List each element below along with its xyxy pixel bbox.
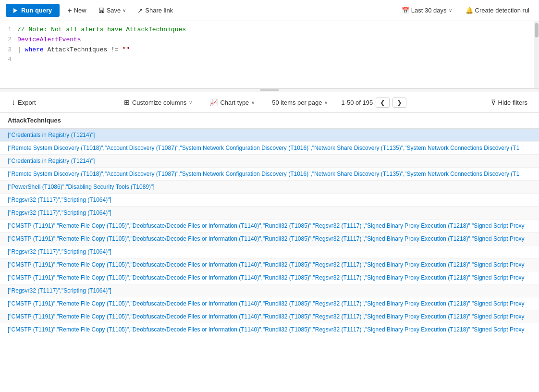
save-icon: 🖫 (98, 7, 105, 14)
new-button[interactable]: + New (63, 4, 90, 17)
line-code-3: | where AttackTechniques != "" (17, 45, 539, 55)
cell-attack-techniques[interactable]: ["CMSTP (T1191)","Remote File Copy (T110… (0, 258, 539, 271)
cell-attack-techniques[interactable]: ["CMSTP (T1191)","Remote File Copy (T110… (0, 297, 539, 310)
cell-attack-techniques[interactable]: ["CMSTP (T1191)","Remote File Copy (T110… (0, 323, 539, 336)
cell-attack-techniques[interactable]: ["CMSTP (T1191)","Remote File Copy (T110… (0, 271, 539, 284)
table-row[interactable]: ["CMSTP (T1191)","Remote File Copy (T110… (0, 271, 539, 284)
date-range-label: Last 30 days (411, 7, 447, 14)
chart-icon: 📈 (209, 98, 218, 106)
cell-attack-techniques[interactable]: ["CMSTP (T1191)","Remote File Copy (T110… (0, 310, 539, 323)
results-toolbar-center: ⊞ Customize columns ∨ 📈 Chart type ∨ 50 … (48, 97, 479, 108)
cell-attack-techniques[interactable]: ["Remote System Discovery (T1018)","Acco… (0, 142, 539, 155)
line-number-2: 2 (0, 35, 17, 45)
cell-attack-techniques[interactable]: ["PowerShell (T1086)","Disabling Securit… (0, 181, 539, 194)
customize-columns-button[interactable]: ⊞ Customize columns ∨ (120, 97, 196, 108)
items-per-page-label: 50 items per page (272, 99, 322, 106)
main-layout: Run query + New 🖫 Save ∨ ↗ Share link 📅 … (0, 0, 539, 392)
create-detection-button[interactable]: 🔔 Create detection rul (462, 5, 533, 16)
table-row[interactable]: ["Regsvr32 (T1117)","Scripting (T1064)"] (0, 245, 539, 258)
columns-icon: ⊞ (124, 98, 130, 106)
cell-attack-techniques[interactable]: ["Regsvr32 (T1117)","Scripting (T1064)"] (0, 245, 539, 258)
pagination-info: 1-50 of 195 (341, 99, 373, 106)
cell-attack-techniques[interactable]: ["Regsvr32 (T1117)","Scripting (T1064)"] (0, 207, 539, 220)
share-link-button[interactable]: ↗ Share link (134, 5, 177, 16)
table-row[interactable]: ["Credentials in Registry (T1214)"] (0, 155, 539, 168)
items-chevron-icon: ∨ (324, 100, 328, 105)
results-table: AttackTechniques ["Credentials in Regist… (0, 113, 539, 336)
table-row[interactable]: ["CMSTP (T1191)","Remote File Copy (T110… (0, 220, 539, 233)
run-query-label: Run query (21, 7, 52, 14)
code-line-4: 4 (0, 55, 539, 65)
cell-attack-techniques[interactable]: ["Credentials in Registry (T1214)"] (0, 128, 539, 142)
run-query-button[interactable]: Run query (6, 4, 60, 17)
next-page-button[interactable]: ❯ (392, 98, 406, 108)
table-row[interactable]: ["CMSTP (T1191)","Remote File Copy (T110… (0, 258, 539, 271)
table-row[interactable]: ["Regsvr32 (T1117)","Scripting (T1064)"] (0, 194, 539, 207)
table-row[interactable]: ["CMSTP (T1191)","Remote File Copy (T110… (0, 310, 539, 323)
table-row[interactable]: ["CMSTP (T1191)","Remote File Copy (T110… (0, 297, 539, 310)
code-editor[interactable]: 1 // Note: Not all alerts have AttackTec… (0, 21, 539, 88)
cell-attack-techniques[interactable]: ["CMSTP (T1191)","Remote File Copy (T110… (0, 220, 539, 233)
results-section: ↓ Export ⊞ Customize columns ∨ 📈 Chart t… (0, 92, 539, 392)
cell-attack-techniques[interactable]: ["Credentials in Registry (T1214)"] (0, 155, 539, 168)
table-row[interactable]: ["CMSTP (T1191)","Remote File Copy (T110… (0, 233, 539, 245)
cell-attack-techniques[interactable]: ["Regsvr32 (T1117)","Scripting (T1064)"] (0, 284, 539, 297)
table-row[interactable]: ["Credentials in Registry (T1214)"] (0, 128, 539, 142)
line-number-3: 3 (0, 45, 17, 55)
table-row[interactable]: ["Remote System Discovery (T1018)","Acco… (0, 168, 539, 181)
export-button[interactable]: ↓ Export (8, 96, 40, 109)
table-header-row: AttackTechniques (0, 113, 539, 128)
save-chevron-icon: ∨ (122, 8, 126, 13)
string-token: "" (122, 46, 130, 53)
run-icon (13, 8, 17, 13)
results-toolbar: ↓ Export ⊞ Customize columns ∨ 📈 Chart t… (0, 92, 539, 113)
editor-scrollbar[interactable] (534, 21, 539, 88)
save-label: Save (107, 7, 121, 14)
table-token: DeviceAlertEvents (17, 36, 81, 43)
share-icon: ↗ (137, 7, 143, 14)
calendar-icon: 📅 (402, 7, 409, 14)
table-row[interactable]: ["CMSTP (T1191)","Remote File Copy (T110… (0, 323, 539, 336)
chart-type-label: Chart type (220, 99, 249, 106)
field-token: AttackTechniques (47, 46, 111, 53)
code-lines: 1 // Note: Not all alerts have AttackTec… (0, 25, 539, 65)
line-code-2: DeviceAlertEvents (17, 35, 539, 45)
date-range-button[interactable]: 📅 Last 30 days ∨ (398, 5, 456, 16)
create-detection-label: Create detection rul (475, 7, 529, 14)
cell-attack-techniques[interactable]: ["Remote System Discovery (T1018)","Acco… (0, 168, 539, 181)
chart-type-button[interactable]: 📈 Chart type ∨ (206, 97, 258, 108)
code-line-2: 2 DeviceAlertEvents (0, 35, 539, 45)
where-token: where (25, 46, 48, 53)
line-code-4 (17, 55, 539, 65)
table-container[interactable]: AttackTechniques ["Credentials in Regist… (0, 113, 539, 392)
date-chevron-icon: ∨ (449, 8, 452, 13)
results-toolbar-right: ⊽ Hide filters (487, 97, 531, 108)
hide-filters-button[interactable]: ⊽ Hide filters (487, 97, 531, 108)
table-body: ["Credentials in Registry (T1214)"]["Rem… (0, 128, 539, 336)
code-line-3: 3 | where AttackTechniques != "" (0, 45, 539, 55)
line-code-1: // Note: Not all alerts have AttackTechn… (17, 25, 539, 35)
editor-scrollbar-thumb (535, 23, 539, 37)
table-row[interactable]: ["PowerShell (T1086)","Disabling Securit… (0, 181, 539, 194)
chart-chevron-icon: ∨ (251, 100, 255, 105)
toolbar-right: 📅 Last 30 days ∨ 🔔 Create detection rul (398, 5, 533, 16)
customize-columns-label: Customize columns (132, 99, 186, 106)
table-row[interactable]: ["Regsvr32 (T1117)","Scripting (T1064)"] (0, 284, 539, 297)
export-label: Export (18, 99, 36, 106)
customize-chevron-icon: ∨ (189, 100, 192, 105)
export-icon: ↓ (12, 98, 15, 107)
hide-filters-label: Hide filters (498, 99, 527, 106)
column-attack-techniques: AttackTechniques (0, 113, 539, 128)
code-line-1: 1 // Note: Not all alerts have AttackTec… (0, 25, 539, 35)
items-per-page-button[interactable]: 50 items per page ∨ (268, 97, 331, 108)
cell-attack-techniques[interactable]: ["Regsvr32 (T1117)","Scripting (T1064)"] (0, 194, 539, 207)
cell-attack-techniques[interactable]: ["CMSTP (T1191)","Remote File Copy (T110… (0, 233, 539, 245)
resize-handle[interactable] (0, 88, 539, 92)
table-row[interactable]: ["Remote System Discovery (T1018)","Acco… (0, 142, 539, 155)
pagination-controls: 1-50 of 195 ❮ ❯ (341, 98, 406, 108)
save-button[interactable]: 🖫 Save ∨ (94, 5, 130, 16)
table-row[interactable]: ["Regsvr32 (T1117)","Scripting (T1064)"] (0, 207, 539, 220)
plus-icon: + (67, 6, 72, 15)
prev-page-button[interactable]: ❮ (376, 98, 390, 108)
bell-icon: 🔔 (466, 7, 473, 14)
